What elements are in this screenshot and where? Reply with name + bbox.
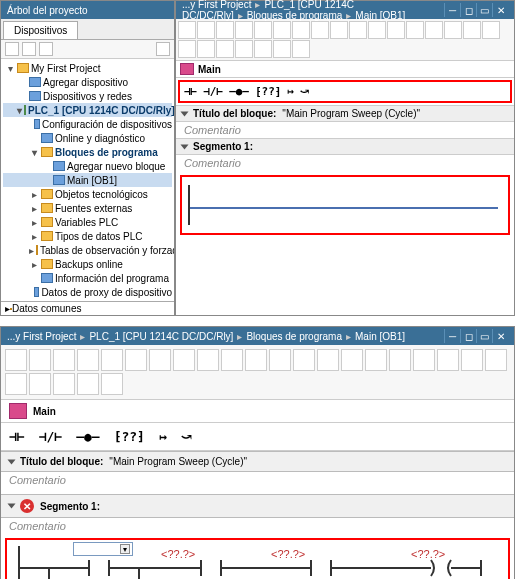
min-icon[interactable]: ─ <box>444 3 460 17</box>
tree-tb-icon[interactable] <box>5 42 19 56</box>
tree-item[interactable]: ▸Tablas de observación y forzado... <box>3 243 172 257</box>
toolbar-button[interactable] <box>425 21 443 39</box>
max-icon[interactable]: ▭ <box>476 3 492 17</box>
toolbar-button[interactable] <box>269 349 291 371</box>
tree-item[interactable]: ▸Backups online <box>3 257 172 271</box>
segment-header[interactable]: Segmento 1: <box>176 138 514 155</box>
segment-comment[interactable]: Comentario <box>1 518 514 534</box>
tree-tb-icon[interactable] <box>39 42 53 56</box>
tree-item[interactable]: Datos de proxy de dispositivo <box>3 285 172 299</box>
toolbar-button[interactable] <box>178 21 196 39</box>
breadcrumb[interactable]: ...y First Project▸PLC_1 [CPU 1214C DC/D… <box>7 331 405 342</box>
toolbar-button[interactable] <box>5 349 27 371</box>
tree-tb-icon[interactable] <box>156 42 170 56</box>
toolbar-button[interactable] <box>349 21 367 39</box>
toolbar-button[interactable] <box>53 349 75 371</box>
tree-item[interactable]: ▸Tipos de datos PLC <box>3 229 172 243</box>
tree-item[interactable]: Main [OB1] <box>3 173 172 187</box>
restore-icon[interactable]: ◻ <box>460 3 476 17</box>
block-title-header[interactable]: Título del bloque: "Main Program Sweep (… <box>176 105 514 122</box>
toolbar-button[interactable] <box>197 40 215 58</box>
toolbar-button[interactable] <box>389 349 411 371</box>
toolbar-button[interactable] <box>125 349 147 371</box>
lad-instruction[interactable]: ↦ <box>159 429 167 444</box>
tree-tb-icon[interactable] <box>22 42 36 56</box>
tree-item[interactable]: Agregar nuevo bloque <box>3 159 172 173</box>
toolbar-button[interactable] <box>149 349 171 371</box>
toolbar-button[interactable] <box>485 349 507 371</box>
tree-item[interactable]: ▸Variables PLC <box>3 215 172 229</box>
close-icon[interactable]: ✕ <box>492 3 508 17</box>
network-canvas[interactable] <box>180 175 510 235</box>
tree-item[interactable]: ▸Objetos tecnológicos <box>3 187 172 201</box>
toolbar-button[interactable] <box>235 21 253 39</box>
restore-icon[interactable]: ◻ <box>460 329 476 343</box>
breadcrumb[interactable]: ...y First Project▸PLC_1 [CPU 1214C DC/D… <box>182 0 444 21</box>
toolbar-button[interactable] <box>341 349 363 371</box>
toolbar-button[interactable] <box>254 21 272 39</box>
tree-item[interactable]: Configuración de dispositivos <box>3 117 172 131</box>
toolbar-button[interactable] <box>444 21 462 39</box>
toolbar-button[interactable] <box>463 21 481 39</box>
toolbar-button[interactable] <box>254 40 272 58</box>
toolbar-button[interactable] <box>368 21 386 39</box>
toolbar-button[interactable] <box>311 21 329 39</box>
toolbar-button[interactable] <box>178 40 196 58</box>
block-comment[interactable]: Comentario <box>176 122 514 138</box>
toolbar-button[interactable] <box>413 349 435 371</box>
caret-icon[interactable] <box>181 144 189 149</box>
segment-header[interactable]: ✕ Segmento 1: <box>1 494 514 518</box>
toolbar-button[interactable] <box>482 21 500 39</box>
lad-instruction[interactable]: ⊣⊢ <box>9 429 25 444</box>
lad-instruction[interactable]: ⤻ <box>300 85 309 98</box>
toolbar-button[interactable] <box>245 349 267 371</box>
toolbar-button[interactable] <box>53 373 75 395</box>
lad-instruction[interactable]: ⤻ <box>181 429 192 444</box>
lad-instruction[interactable]: ⊣/⊢ <box>39 429 62 444</box>
tree-footer[interactable]: ▸ Datos comunes <box>1 301 174 315</box>
toolbar-button[interactable] <box>292 21 310 39</box>
dropdown-icon[interactable]: ▾ <box>120 544 130 554</box>
toolbar-button[interactable] <box>292 40 310 58</box>
toolbar-button[interactable] <box>5 373 27 395</box>
lad-instruction[interactable]: —●— <box>229 85 249 98</box>
lad-instruction[interactable]: —●— <box>76 429 99 444</box>
operand-edit[interactable]: ▾ <box>73 542 133 556</box>
toolbar-button[interactable] <box>77 373 99 395</box>
toolbar-button[interactable] <box>221 349 243 371</box>
toolbar-button[interactable] <box>173 349 195 371</box>
toolbar-button[interactable] <box>330 21 348 39</box>
toolbar-button[interactable] <box>29 349 51 371</box>
segment-comment[interactable]: Comentario <box>176 155 514 171</box>
tree-item[interactable]: ▾PLC_1 [CPU 1214C DC/DC/Rly] <box>3 103 172 117</box>
caret-icon[interactable] <box>8 459 16 464</box>
tab-devices[interactable]: Dispositivos <box>3 21 78 39</box>
toolbar-button[interactable] <box>101 349 123 371</box>
toolbar-button[interactable] <box>365 349 387 371</box>
block-comment[interactable]: Comentario <box>1 472 514 488</box>
lad-instruction[interactable]: ⁅??⁆ <box>255 85 282 98</box>
network-canvas[interactable]: ▾ <box>5 538 510 579</box>
caret-icon[interactable] <box>181 111 189 116</box>
toolbar-button[interactable] <box>293 349 315 371</box>
block-title-header[interactable]: Título del bloque: "Main Program Sweep (… <box>1 451 514 472</box>
tree-item[interactable]: ▾Bloques de programa <box>3 145 172 159</box>
tree-item[interactable]: Información del programa <box>3 271 172 285</box>
toolbar-button[interactable] <box>406 21 424 39</box>
toolbar-button[interactable] <box>437 349 459 371</box>
toolbar-button[interactable] <box>273 40 291 58</box>
toolbar-button[interactable] <box>197 21 215 39</box>
tree-item[interactable]: Agregar dispositivo <box>3 75 172 89</box>
lad-instruction[interactable]: ↦ <box>288 85 295 98</box>
toolbar-button[interactable] <box>387 21 405 39</box>
lad-instruction[interactable]: ⊣⊢ <box>184 85 197 98</box>
toolbar-button[interactable] <box>77 349 99 371</box>
toolbar-button[interactable] <box>197 349 219 371</box>
caret-icon[interactable] <box>8 504 16 509</box>
tree-item[interactable]: Online y diagnóstico <box>3 131 172 145</box>
close-icon[interactable]: ✕ <box>492 329 508 343</box>
tree-item[interactable]: Dispositivos y redes <box>3 89 172 103</box>
toolbar-button[interactable] <box>317 349 339 371</box>
toolbar-button[interactable] <box>216 40 234 58</box>
tree-item[interactable]: ▸Fuentes externas <box>3 201 172 215</box>
